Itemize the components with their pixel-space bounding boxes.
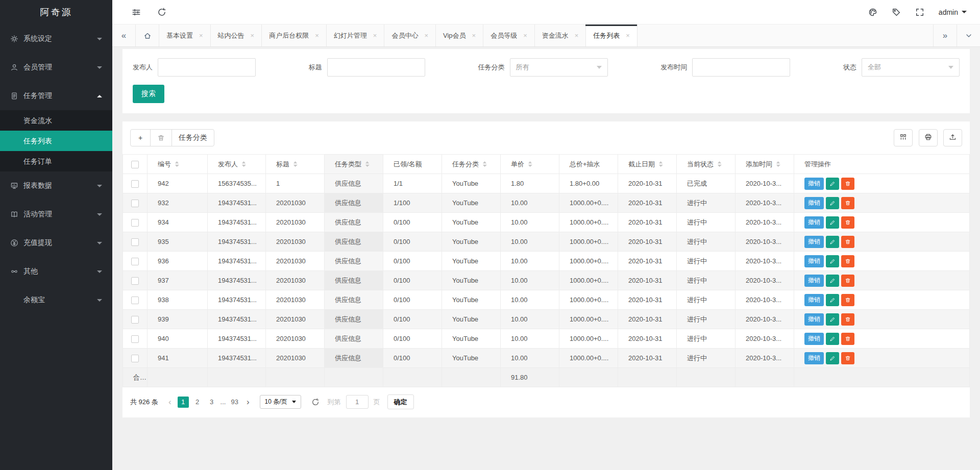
tab-6[interactable]: 会员等级× [483,24,535,46]
filter-select[interactable]: 全部 [862,58,960,77]
sort-icon[interactable] [528,161,532,167]
sidebar-toggle-icon[interactable] [132,8,141,17]
revoke-button[interactable]: 撤销 [804,313,824,326]
delete-row-button[interactable] [841,255,854,267]
sidebar-item-fund-flow[interactable]: 资金流水 [0,110,112,131]
sort-icon[interactable] [482,161,487,167]
row-checkbox[interactable] [131,200,139,207]
edit-button[interactable] [826,255,839,267]
edit-button[interactable] [826,313,839,326]
page-button-3[interactable]: 3 [206,397,217,408]
edit-button[interactable] [826,352,839,364]
row-checkbox[interactable] [131,277,139,285]
sidebar-group-task-management[interactable]: 任务管理 [0,82,112,110]
revoke-button[interactable]: 撤销 [804,178,824,190]
tab-3[interactable]: 幻灯片管理× [327,24,385,46]
edit-button[interactable] [826,197,839,209]
delete-row-button[interactable] [841,178,854,190]
delete-row-button[interactable] [841,313,854,326]
tag-icon[interactable] [892,8,901,17]
user-menu[interactable]: admin [939,8,967,16]
edit-button[interactable] [826,216,839,229]
col-header-publisher[interactable]: 发布人 [208,155,266,174]
revoke-button[interactable]: 撤销 [804,216,824,229]
delete-row-button[interactable] [841,294,854,306]
col-header-unit_price[interactable]: 单价 [501,155,559,174]
delete-row-button[interactable] [841,275,854,287]
edit-button[interactable] [826,294,839,306]
sidebar-group-report-data[interactable]: 报表数据 [0,171,112,200]
task-category-button[interactable]: 任务分类 [172,129,214,146]
filter-input[interactable] [692,58,790,77]
revoke-button[interactable]: 撤销 [804,352,824,364]
sidebar-group-yuebao[interactable]: 余额宝 [0,286,112,314]
edit-button[interactable] [826,178,839,190]
next-page-button[interactable]: › [243,398,253,406]
col-header-category[interactable]: 任务分类 [442,155,501,174]
goto-page-input[interactable] [346,395,369,409]
edit-button[interactable] [826,236,839,248]
columns-toggle-button[interactable] [894,129,913,146]
tab-1[interactable]: 站内公告× [211,24,262,46]
sidebar-group-recharge-withdraw[interactable]: 充值提现 [0,229,112,257]
tab-close-icon[interactable]: × [472,32,476,39]
delete-row-button[interactable] [841,216,854,229]
row-checkbox[interactable] [131,296,139,304]
search-button[interactable]: 搜索 [133,85,164,103]
tabs-scroll-right-icon[interactable]: » [933,24,957,46]
tab-0[interactable]: 基本设置× [159,24,211,46]
filter-select[interactable]: 所有 [510,58,608,77]
tabs-scroll-left-icon[interactable]: « [112,24,136,46]
print-button[interactable] [919,129,938,146]
delete-row-button[interactable] [841,236,854,248]
sidebar-group-system-settings[interactable]: 系统设定 [0,24,112,53]
revoke-button[interactable]: 撤销 [804,275,824,287]
sort-icon[interactable] [175,161,179,167]
revoke-button[interactable]: 撤销 [804,294,824,306]
delete-row-button[interactable] [841,352,854,364]
goto-confirm-button[interactable]: 确定 [387,394,414,409]
sidebar-item-task-orders[interactable]: 任务订单 [0,151,112,171]
tab-close-icon[interactable]: × [199,32,203,39]
export-button[interactable] [943,129,962,146]
sort-icon[interactable] [293,161,298,167]
theme-palette-icon[interactable] [868,8,877,17]
tab-7[interactable]: 资金流水× [535,24,586,46]
tab-close-icon[interactable]: × [315,32,319,39]
page-button-2[interactable]: 2 [192,397,203,408]
tab-4[interactable]: 会员中心× [384,24,436,46]
add-button[interactable]: + [130,129,151,146]
revoke-button[interactable]: 撤销 [804,255,824,267]
page-size-select[interactable]: 10 条/页 [260,395,301,409]
edit-button[interactable] [826,275,839,287]
pagination-refresh-icon[interactable] [311,398,320,406]
sidebar-item-task-list[interactable]: 任务列表 [0,131,112,151]
sort-icon[interactable] [658,161,663,167]
page-button-93[interactable]: 93 [229,397,240,408]
tab-5[interactable]: Vip会员× [436,24,483,46]
revoke-button[interactable]: 撤销 [804,197,824,209]
row-checkbox[interactable] [131,316,139,324]
col-header-id[interactable]: 编号 [148,155,208,174]
delete-row-button[interactable] [841,197,854,209]
tab-close-icon[interactable]: × [373,32,377,39]
edit-button[interactable] [826,333,839,345]
sort-icon[interactable] [717,161,722,167]
tab-8[interactable]: 任务列表× [586,24,638,46]
home-tab-icon[interactable] [136,24,159,46]
sidebar-group-other[interactable]: 其他 [0,257,112,286]
tab-2[interactable]: 商户后台权限× [262,24,327,46]
col-header-title[interactable]: 标题 [266,155,325,174]
row-checkbox[interactable] [131,238,139,246]
row-checkbox[interactable] [131,335,139,343]
tab-close-icon[interactable]: × [251,32,255,39]
delete-row-button[interactable] [841,333,854,345]
delete-button[interactable] [150,129,172,146]
sort-icon[interactable] [776,161,780,167]
sort-icon[interactable] [241,161,246,167]
row-checkbox[interactable] [131,219,139,227]
col-header-deadline[interactable]: 截止日期 [618,155,677,174]
col-header-task_type[interactable]: 任务类型 [325,155,383,174]
sidebar-group-member-management[interactable]: 会员管理 [0,53,112,82]
revoke-button[interactable]: 撤销 [804,236,824,248]
